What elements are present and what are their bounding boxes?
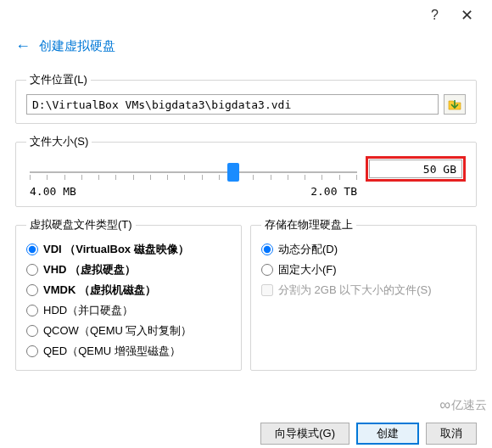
dialog-title: 创建虚拟硬盘 [39, 38, 115, 54]
disk-type-vmdk[interactable]: VMDK （虚拟机磁盘） [26, 280, 231, 300]
size-max-label: 2.00 TB [310, 185, 357, 198]
disk-type-group: 虚拟硬盘文件类型(T) VDI （VirtualBox 磁盘映像） VHD （虚… [15, 217, 242, 371]
storage-legend: 存储在物理硬盘上 [261, 217, 356, 232]
help-icon[interactable]: ? [431, 8, 439, 23]
disk-type-hdd[interactable]: HDD（并口硬盘） [26, 300, 231, 321]
file-location-group: 文件位置(L) [15, 72, 477, 124]
disk-type-vdi[interactable]: VDI （VirtualBox 磁盘映像） [26, 239, 231, 260]
file-path-input[interactable] [26, 94, 439, 115]
storage-split-checkbox: 分割为 2GB 以下大小的文件(S) [261, 280, 466, 300]
size-min-label: 4.00 MB [30, 185, 76, 198]
size-slider-handle[interactable] [227, 163, 239, 182]
storage-fixed[interactable]: 固定大小(F) [261, 260, 466, 280]
disk-type-vhd[interactable]: VHD （虚拟硬盘） [26, 260, 231, 280]
create-button[interactable]: 创建 [356, 423, 419, 445]
disk-type-qed[interactable]: QED（QEMU 增强型磁盘） [26, 341, 231, 361]
size-highlight [366, 156, 466, 182]
back-arrow-icon[interactable]: ← [15, 37, 31, 55]
file-location-legend: 文件位置(L) [26, 72, 91, 87]
disk-type-legend: 虚拟硬盘文件类型(T) [26, 217, 136, 232]
disk-type-qcow[interactable]: QCOW（QEMU 写入时复制） [26, 321, 231, 341]
file-size-group: 文件大小(S) 4.00 MB 2.00 TB [15, 134, 477, 207]
watermark: ∞ 亿速云 [439, 396, 487, 414]
file-size-legend: 文件大小(S) [26, 134, 92, 149]
size-slider[interactable] [26, 161, 361, 183]
watermark-text: 亿速云 [451, 398, 487, 413]
folder-icon [448, 98, 461, 110]
watermark-logo-icon: ∞ [439, 396, 448, 414]
close-icon[interactable]: ✕ [461, 6, 482, 25]
storage-group: 存储在物理硬盘上 动态分配(D) 固定大小(F) 分割为 2GB 以下大小的文件… [250, 217, 477, 371]
storage-dynamic[interactable]: 动态分配(D) [261, 239, 466, 260]
cancel-button[interactable]: 取消 [426, 423, 477, 445]
browse-button[interactable] [444, 94, 466, 115]
size-input[interactable] [369, 160, 462, 178]
expert-mode-button[interactable]: 向导模式(G) [260, 423, 349, 445]
